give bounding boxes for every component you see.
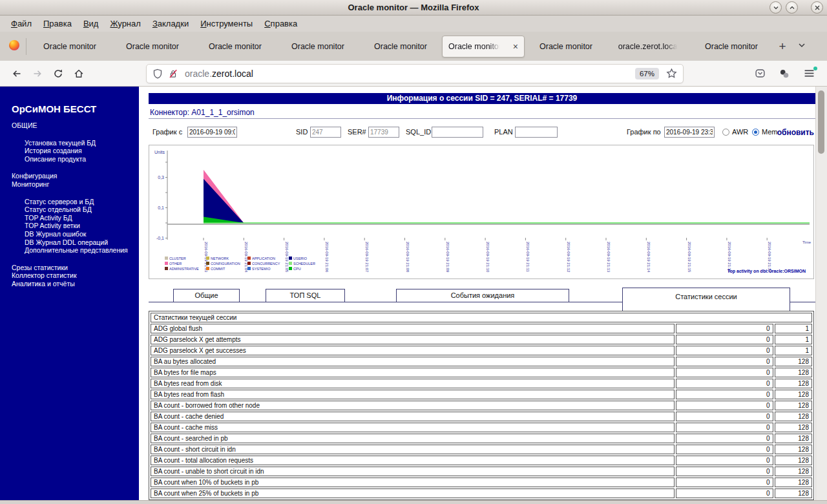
- sidebar-link[interactable]: История создания: [0, 147, 139, 155]
- stat-value-1: 0: [676, 335, 773, 344]
- zoom-level-badge[interactable]: 67%: [635, 68, 659, 79]
- tab[interactable]: Oracle monitor: [277, 36, 359, 58]
- hamburger-icon: [804, 68, 815, 79]
- firefox-icon: [8, 39, 20, 54]
- stat-name: BA bytes for file maps: [151, 368, 675, 377]
- minimize-button[interactable]: [769, 1, 782, 14]
- ser-input[interactable]: [368, 127, 399, 138]
- tab-label: Oracle monitor: [448, 42, 501, 51]
- connector-link[interactable]: Коннектор: A01_1_1_orsimon: [149, 106, 815, 119]
- sidebar-link[interactable]: Коллектор статистик: [0, 271, 139, 280]
- tab[interactable]: Oracle monitor: [194, 36, 277, 58]
- account-button[interactable]: [774, 64, 795, 83]
- sidebar-section-header: ОБЩИЕ: [0, 121, 139, 130]
- bookmark-star-icon[interactable]: [666, 68, 677, 79]
- tab[interactable]: Oracle monitor: [28, 36, 111, 58]
- mem-label[interactable]: Mem: [762, 128, 777, 136]
- sidebar-link[interactable]: DB Журнал ошибок: [0, 230, 139, 238]
- menu-item[interactable]: Правка: [37, 17, 78, 30]
- stat-name: BA bytes read from disk: [151, 379, 675, 388]
- mem-radio[interactable]: [752, 129, 759, 136]
- sidebar-link[interactable]: Описание продукта: [0, 155, 139, 163]
- list-tabs-button[interactable]: [792, 41, 811, 51]
- menu-item[interactable]: Файл: [5, 17, 37, 30]
- awr-label[interactable]: AWR: [732, 128, 748, 136]
- chart-to-input[interactable]: [664, 127, 715, 138]
- url-bar[interactable]: oracle.zerot.local 67%: [146, 64, 684, 83]
- app-menu-button[interactable]: [799, 64, 819, 83]
- pocket-button[interactable]: [749, 64, 770, 83]
- tab-active[interactable]: Oracle monitor×: [442, 36, 525, 58]
- tab-close-icon[interactable]: ×: [510, 42, 518, 51]
- sidebar-link[interactable]: Конфигурация: [0, 172, 139, 180]
- refresh-link[interactable]: обновить: [777, 128, 814, 137]
- sqlid-input[interactable]: [432, 127, 483, 138]
- chevron-down-icon: [798, 41, 806, 49]
- notification-dot: [813, 67, 817, 70]
- table-row: BA count - unable to short circuit in id…: [151, 467, 812, 476]
- svg-text:2016-09-19 21:17: 2016-09-19 21:17: [768, 242, 771, 273]
- home-button[interactable]: [68, 64, 89, 83]
- sidebar-link[interactable]: DB Журнал DDL операций: [0, 238, 139, 247]
- back-button[interactable]: [6, 64, 27, 83]
- plan-input[interactable]: [515, 127, 558, 138]
- tab[interactable]: Oracle monitor: [690, 36, 773, 58]
- navigation-toolbar: oracle.zerot.local 67%: [0, 61, 827, 87]
- svg-text:SYSTEMIO: SYSTEMIO: [252, 267, 271, 271]
- menu-item[interactable]: Журнал: [104, 17, 146, 30]
- menu-item[interactable]: Инструменты: [194, 17, 258, 30]
- url-text[interactable]: oracle.zerot.local: [185, 68, 635, 79]
- svg-text:CONFIGURATION: CONFIGURATION: [211, 262, 240, 266]
- content-tab-4[interactable]: Статистики сессии: [622, 288, 790, 311]
- sidebar-link[interactable]: TOP Activity БД: [0, 214, 139, 222]
- chart-from-input[interactable]: [187, 127, 237, 138]
- reload-button[interactable]: [48, 64, 68, 83]
- content-tab-3[interactable]: События ожидания: [396, 289, 569, 302]
- stat-name: BA count - total allocation requests: [151, 456, 675, 465]
- svg-text:APPLICATION: APPLICATION: [252, 257, 275, 260]
- maximize-button[interactable]: [786, 1, 798, 14]
- sidebar-link[interactable]: TOP Activity ветки: [0, 222, 139, 230]
- stat-name: BA count when 25% of buckets in pb: [151, 488, 675, 498]
- tab[interactable]: Oracle monitor: [359, 36, 442, 58]
- table-row: ADG parselock X get attempts01: [151, 335, 812, 344]
- awr-radio[interactable]: [722, 129, 729, 136]
- svg-text:USERIO: USERIO: [293, 257, 308, 260]
- tab-strip: Oracle monitorOracle monitorOracle monit…: [0, 32, 827, 61]
- sidebar-link[interactable]: Мониторинг: [0, 180, 139, 189]
- pocket-icon: [755, 68, 766, 79]
- sid-input[interactable]: [310, 127, 341, 138]
- forward-button[interactable]: [27, 64, 48, 83]
- shield-icon[interactable]: [152, 68, 163, 79]
- menu-item[interactable]: Закладки: [147, 17, 194, 30]
- table-title-cell: Статистики текущей сессии: [151, 313, 812, 322]
- new-tab-button[interactable]: +: [773, 39, 792, 54]
- tab[interactable]: Oracle monitor: [111, 36, 194, 58]
- close-button[interactable]: [811, 1, 823, 14]
- svg-text:0,3: 0,3: [158, 175, 164, 180]
- back-icon: [12, 68, 22, 79]
- svg-text:2016-09-19 21:07: 2016-09-19 21:07: [365, 242, 369, 273]
- sidebar-link[interactable]: Аналитика и отчёты: [0, 280, 139, 288]
- menu-item[interactable]: Справка: [258, 17, 303, 30]
- sidebar-link[interactable]: Статус отдельной БД: [0, 205, 139, 214]
- scrollbar-thumb[interactable]: [818, 90, 824, 154]
- stat-name: BA count - cache miss: [151, 423, 675, 432]
- svg-text:Time: Time: [802, 240, 811, 244]
- insecure-lock-icon[interactable]: [168, 68, 178, 79]
- content-tabs: ОбщиеТОП SQLСобытия ожиданияСтатистики с…: [149, 288, 815, 311]
- stat-value-2: 128: [775, 478, 812, 487]
- content-tab-2[interactable]: ТОП SQL: [266, 289, 345, 302]
- sidebar-link[interactable]: Срезы статистики: [0, 264, 139, 272]
- stat-value-2: 128: [775, 488, 812, 498]
- activity-chart: Units0,30,1-0,12016-09-19 21:032016-09-1…: [149, 145, 814, 279]
- vertical-scrollbar[interactable]: [815, 87, 827, 500]
- sidebar-link[interactable]: Дополнительные представления: [0, 246, 139, 255]
- sidebar-link[interactable]: Статус серверов и БД: [0, 198, 139, 206]
- sidebar-link[interactable]: Установка текущей БД: [0, 139, 139, 147]
- stat-value-2: 128: [775, 456, 812, 465]
- tab[interactable]: Oracle monitor: [525, 36, 607, 58]
- tab[interactable]: oracle.zerot.local: [607, 36, 690, 58]
- content-tab-1[interactable]: Общие: [173, 289, 240, 302]
- menu-item[interactable]: Вид: [78, 17, 105, 30]
